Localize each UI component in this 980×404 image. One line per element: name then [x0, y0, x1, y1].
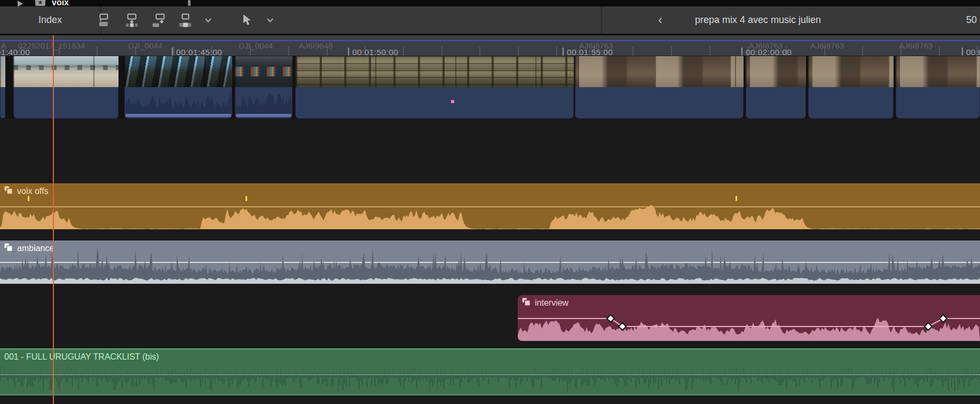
video-clip[interactable] [746, 56, 806, 119]
compound-clip-icon [4, 243, 13, 254]
track-label: interview [522, 298, 568, 308]
video-clip[interactable] [0, 56, 5, 119]
audio-track-music[interactable]: 001 - FULL URUGUAY TRACKLIST (bis) [0, 348, 980, 395]
clip-thumbnail [295, 56, 574, 87]
track-label-text: 001 - FULL URUGUAY TRACKLIST (bis) [4, 352, 159, 362]
fcp-timeline-window: ★ voix Index ‹ prepa mix 4 avec music ju… [0, 0, 980, 404]
browser-strip: ★ voix [0, 0, 980, 6]
insert-icon [125, 13, 139, 28]
loud-peak-indicator [736, 196, 737, 201]
track-label-text: ambiance [17, 244, 54, 253]
project-title: prepa mix 4 avec music julien [678, 6, 838, 34]
ruler-major-tick [962, 48, 963, 56]
toolbar-separator [601, 6, 602, 34]
clip-thumbnail [896, 56, 980, 87]
play-icon[interactable] [18, 1, 23, 6]
tools-menu-chevron[interactable] [265, 11, 275, 30]
clip-thumbnail [124, 56, 232, 87]
audio-track-voix-offs[interactable]: voix offs [0, 183, 980, 229]
select-tool-button[interactable] [238, 11, 256, 30]
playhead[interactable] [53, 35, 54, 404]
video-clip[interactable] [235, 56, 293, 119]
volume-keyframe-diamond[interactable] [619, 323, 626, 330]
track-label-text: voix offs [17, 187, 48, 196]
timeline-ruler[interactable]: A02252017_151834DJI_0044DJI_0044AJ6I9648… [0, 34, 980, 56]
clip-audio-fade-strip [236, 114, 291, 117]
chevron-icon [204, 18, 212, 23]
waveform [0, 198, 980, 229]
append-edit-button[interactable] [149, 11, 168, 30]
ruler-major-tick [348, 48, 349, 56]
scrollbar-thumb[interactable] [188, 0, 191, 6]
loud-peak-indicator [246, 196, 247, 201]
clip-thumbnail [0, 56, 5, 87]
pointer-icon [243, 14, 252, 26]
track-label-text: interview [535, 298, 568, 308]
clip-thumbnail [808, 56, 894, 87]
edit-mode-chevron[interactable] [203, 11, 214, 30]
waveform [0, 244, 980, 284]
ruler-major-tick [172, 48, 173, 56]
clip-audio-waveform [235, 87, 293, 116]
clip-thumbnail [746, 56, 806, 87]
insert-edit-button[interactable] [123, 11, 141, 30]
video-clip[interactable] [808, 56, 894, 119]
video-clip[interactable] [896, 56, 980, 119]
track-label: 001 - FULL URUGUAY TRACKLIST (bis) [4, 352, 159, 362]
waveform [0, 373, 980, 393]
video-clip[interactable] [13, 56, 118, 119]
ruler-clip-name: AJ6I8763 [810, 41, 844, 50]
compound-clip-icon [4, 186, 13, 197]
edit-tools-group [96, 6, 275, 34]
video-clip[interactable] [575, 56, 744, 119]
marker-icon[interactable] [451, 100, 454, 103]
overwrite-icon [178, 13, 192, 28]
audio-track-interview[interactable]: interview [518, 295, 980, 341]
clip-thumbnail [13, 56, 118, 87]
video-clip[interactable] [295, 56, 574, 119]
ruler-timecode: 00:01:55:00 [567, 48, 613, 57]
toolbar: Index ‹ prepa mix 4 avec music julien 50 [0, 6, 980, 34]
clip-thumbnail [575, 56, 744, 87]
append-icon [152, 13, 165, 28]
volume-keyframe-diamond[interactable] [924, 323, 932, 330]
compound-clip-icon [522, 298, 531, 308]
volume-automation-line[interactable] [518, 295, 980, 341]
loud-peak-indicator [28, 196, 29, 201]
ruler-clip-name: DJI_0044 [239, 41, 273, 50]
video-clip[interactable] [124, 56, 232, 119]
browser-clip-name: voix [52, 0, 69, 6]
ruler-timecode: 00:01:40:00 [0, 48, 30, 57]
ruler-timecode: 00:02:05:00 [966, 48, 980, 57]
ruler-major-tick [563, 48, 564, 56]
ruler-clip-name: AJ6I8763 [899, 41, 932, 50]
zoom-level-value: 50 [966, 6, 977, 34]
ruler-timecode: 00:01:45:00 [176, 48, 222, 57]
index-button[interactable]: Index [20, 6, 80, 34]
ruler-timecode: 00:02:00:00 [746, 48, 792, 57]
track-label: voix offs [4, 186, 48, 197]
track-label: ambiance [4, 243, 54, 254]
volume-keyframe-diamond[interactable] [607, 315, 614, 322]
ruler-major-tick [741, 48, 742, 56]
overwrite-edit-button[interactable] [176, 11, 194, 30]
chevron-icon [266, 18, 274, 23]
connect-icon [98, 13, 112, 28]
ruler-timecode: 00:01:50:00 [352, 48, 398, 57]
video-storyline-lane [0, 56, 980, 119]
clip-audio-waveform [124, 87, 232, 116]
ruler-clip-name: DJI_0044 [128, 41, 162, 50]
audio-track-ambiance[interactable]: ambiance [0, 240, 980, 284]
volume-keyframe-diamond[interactable] [939, 315, 947, 322]
connect-edit-button[interactable] [96, 11, 114, 30]
clip-thumbnail [235, 56, 293, 87]
star-rating-icon: ★ [35, 0, 45, 6]
back-chevron[interactable]: ‹ [652, 6, 668, 34]
ruler-clip-name: AJ6I9648 [299, 41, 333, 50]
clip-audio-fade-strip [125, 114, 231, 117]
